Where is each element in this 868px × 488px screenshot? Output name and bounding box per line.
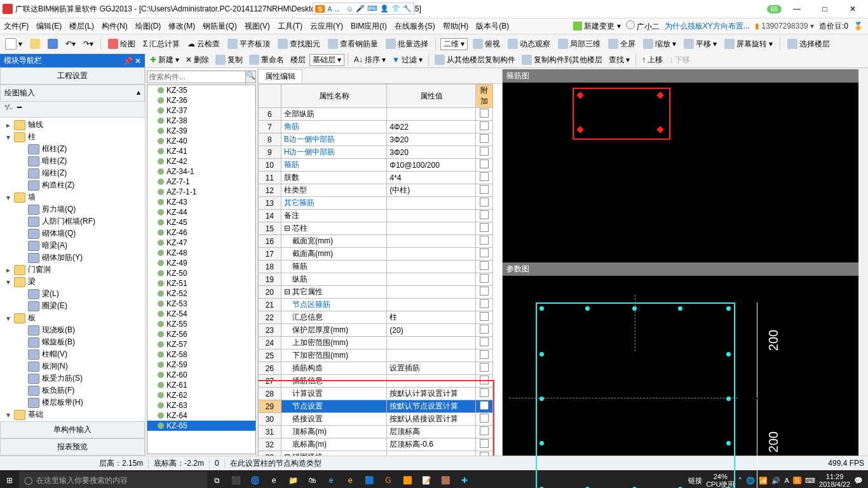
tray-up-icon[interactable]: ˄ bbox=[738, 477, 742, 485]
prop-row[interactable]: 28 计算设置按默认计算设置计算 bbox=[259, 388, 493, 400]
menu-view[interactable]: 视图(V) bbox=[241, 21, 274, 32]
prop-row[interactable]: 21 节点区箍筋 bbox=[259, 299, 493, 311]
tree-folder[interactable]: ▾板 bbox=[0, 312, 145, 324]
menu-steel[interactable]: 钢筋量(Q) bbox=[199, 21, 240, 32]
find-button[interactable]: 查找 ▾ bbox=[606, 55, 632, 65]
select-floor-button[interactable]: 选择楼层 bbox=[785, 39, 832, 50]
tray-clock[interactable]: 11:292018/4/22 bbox=[819, 473, 850, 488]
component-list[interactable]: KZ-35KZ-36KZ-37KZ-38KZ-39KZ-40KZ-41KZ-42… bbox=[147, 85, 256, 454]
component-item[interactable]: KZ-43 bbox=[147, 197, 255, 207]
app-icon-2[interactable]: 🌀 bbox=[245, 471, 264, 488]
search-input[interactable] bbox=[147, 71, 245, 83]
tray-sogou-icon[interactable]: S bbox=[793, 477, 801, 484]
menu-component[interactable]: 构件(N) bbox=[98, 21, 132, 32]
start-button[interactable]: ⊞ bbox=[0, 471, 19, 488]
open-icon[interactable] bbox=[27, 39, 43, 49]
component-item[interactable]: KZ-60 bbox=[147, 370, 255, 380]
component-item[interactable]: KZ-41 bbox=[147, 146, 255, 156]
menu-floor[interactable]: 楼层(L) bbox=[65, 21, 98, 32]
view-steel-button[interactable]: 查看钢筋量 bbox=[325, 39, 381, 50]
new-button[interactable]: ✚新建 ▾ bbox=[147, 55, 182, 65]
tab-draw-input[interactable]: 绘图输入▴ bbox=[0, 85, 145, 102]
ime-item[interactable]: 🔧 bbox=[403, 4, 412, 13]
component-item[interactable]: KZ-39 bbox=[147, 126, 255, 136]
prop-row[interactable]: 14备注 bbox=[259, 210, 493, 222]
tree-item[interactable]: 暗梁(A) bbox=[0, 240, 145, 252]
prop-row[interactable]: 24 上加密范围(mm) bbox=[259, 337, 493, 349]
account-label[interactable]: ▮ 13907298339 ▾ bbox=[755, 22, 814, 30]
component-item[interactable]: KZ-61 bbox=[147, 380, 255, 390]
redo-icon[interactable]: ↷▾ bbox=[81, 39, 96, 48]
menu-help[interactable]: 帮助(H) bbox=[439, 21, 473, 32]
fullscreen-button[interactable]: 全屏 bbox=[606, 39, 638, 50]
windows-taskbar[interactable]: ⊞ ◯ 在这里输入你要搜索的内容 ⧉ ⬛ 🌀 e 📁 🛍 e e 🟦 G 🟧 📝… bbox=[0, 470, 868, 488]
prop-row[interactable]: 15⊟ 芯柱 bbox=[259, 222, 493, 235]
tray-a-icon[interactable]: A bbox=[784, 477, 789, 484]
undo-icon[interactable]: ↶▾ bbox=[63, 39, 78, 48]
tab-single-input[interactable]: 单构件输入 bbox=[0, 421, 145, 438]
component-item[interactable]: KZ-44 bbox=[147, 207, 255, 217]
param-canvas[interactable]: 200 200 200 200 bbox=[503, 276, 858, 456]
tab-properties[interactable]: 属性编辑 bbox=[258, 69, 302, 83]
component-item[interactable]: KZ-37 bbox=[147, 105, 255, 116]
component-item[interactable]: KZ-58 bbox=[147, 349, 255, 360]
component-item[interactable]: KZ-65 bbox=[147, 421, 255, 431]
ime-item[interactable]: ,。 bbox=[335, 4, 344, 13]
component-item[interactable]: KZ-42 bbox=[147, 156, 255, 166]
flat-top-button[interactable]: 平齐板顶 bbox=[225, 39, 273, 50]
component-item[interactable]: KZ-55 bbox=[147, 319, 255, 329]
sort-button[interactable]: A↓ 排序 ▾ bbox=[351, 55, 388, 65]
pan-button[interactable]: 平移 ▾ bbox=[681, 39, 719, 50]
prop-row[interactable]: 33⊟ 锚固搭接 bbox=[259, 451, 493, 456]
ie-icon[interactable]: e bbox=[322, 471, 341, 488]
copy-to-floor-button[interactable]: 复制构件到其他楼层 bbox=[519, 55, 605, 65]
menu-modify[interactable]: 修改(M) bbox=[165, 21, 199, 32]
ie2-icon[interactable]: e bbox=[341, 471, 360, 488]
tree-item[interactable]: 框柱(Z) bbox=[0, 143, 145, 155]
tree-item[interactable]: 板负筋(F) bbox=[0, 384, 145, 396]
tree-folder[interactable]: ▸门窗洞 bbox=[0, 264, 145, 276]
component-search[interactable]: 🔍 bbox=[147, 71, 256, 83]
prop-row[interactable]: 6全部纵筋 bbox=[259, 108, 493, 121]
prop-row[interactable]: 29 节点设置按默认节点设置计算 bbox=[259, 400, 493, 413]
stirrup-canvas[interactable] bbox=[503, 83, 858, 262]
minimize-button[interactable]: — bbox=[784, 3, 810, 15]
search-button[interactable]: 🔍 bbox=[245, 71, 255, 83]
new-file-icon[interactable]: ▾ bbox=[3, 38, 25, 50]
tree-item[interactable]: 现浇板(B) bbox=[0, 324, 145, 336]
ime-item[interactable]: 👤 bbox=[380, 4, 389, 13]
component-item[interactable]: KZ-49 bbox=[147, 258, 255, 268]
ime-item[interactable]: 👕 bbox=[391, 4, 400, 13]
prop-row[interactable]: 13其它箍筋 bbox=[259, 197, 493, 210]
prop-row[interactable]: 25 下加密范围(mm) bbox=[259, 349, 493, 362]
menu-draw[interactable]: 绘图(D) bbox=[132, 21, 165, 32]
menu-online[interactable]: 在线服务(S) bbox=[391, 21, 439, 32]
ime-item[interactable]: 🎤 bbox=[356, 4, 365, 13]
component-item[interactable]: KZ-63 bbox=[147, 400, 255, 410]
component-item[interactable]: KZ-40 bbox=[147, 136, 255, 146]
component-item[interactable]: KZ-36 bbox=[147, 95, 255, 105]
prop-row[interactable]: 12柱类型(中柱) bbox=[259, 184, 493, 197]
prop-row[interactable]: 7角筋4Φ22 bbox=[259, 121, 493, 133]
component-item[interactable]: AZ-7-1 bbox=[147, 177, 255, 187]
tree-item[interactable]: 砌体墙(Q) bbox=[0, 227, 145, 240]
tray-notifications-icon[interactable]: 💬 bbox=[854, 477, 863, 485]
prop-row[interactable]: 17 截面高(mm) bbox=[259, 248, 493, 261]
component-item[interactable]: KZ-57 bbox=[147, 339, 255, 349]
prop-row[interactable]: 18 箍筋 bbox=[259, 261, 493, 273]
component-item[interactable]: KZ-54 bbox=[147, 309, 255, 319]
orbit-button[interactable]: 动态观察 bbox=[505, 39, 553, 50]
tree-folder[interactable]: ▾梁 bbox=[0, 276, 145, 288]
draw-button[interactable]: 绘图 bbox=[105, 39, 138, 50]
tray-kb-icon[interactable]: ⌨ bbox=[805, 477, 815, 485]
tree-item[interactable]: 圈梁(E) bbox=[0, 300, 145, 312]
tree-item[interactable]: 板受力筋(S) bbox=[0, 372, 145, 384]
tree-folder[interactable]: ▾基础 bbox=[0, 409, 145, 421]
delete-button[interactable]: ✕ 删除 bbox=[183, 55, 212, 65]
prop-row[interactable]: 8B边一侧中部筋3Φ20 bbox=[259, 133, 493, 146]
ime-item[interactable]: ⌨ bbox=[367, 4, 377, 13]
component-item[interactable]: AZ-34-1 bbox=[147, 166, 255, 177]
ime-item[interactable]: ☺ bbox=[346, 5, 353, 13]
prop-row[interactable]: 11肢数4*4 bbox=[259, 172, 493, 184]
prop-row[interactable]: 20⊟ 其它属性 bbox=[259, 286, 493, 299]
